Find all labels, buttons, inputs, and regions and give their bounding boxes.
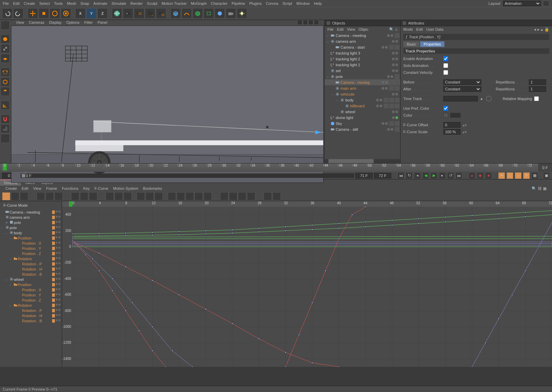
- visibility-dot[interactable]: [382, 122, 384, 125]
- expand-icon[interactable]: -: [336, 98, 339, 102]
- play-forward-button[interactable]: ▶: [431, 172, 437, 179]
- tl-tangent-linear[interactable]: [106, 192, 114, 200]
- menu-plugins[interactable]: Plugins: [249, 1, 262, 6]
- tl-tangent-zero[interactable]: [195, 192, 203, 200]
- keyframe[interactable]: [338, 238, 339, 239]
- generator-button[interactable]: [193, 8, 203, 19]
- use-pref-color-checkbox[interactable]: [443, 106, 448, 111]
- object-row-vehicule[interactable]: -vehicule: [325, 91, 400, 97]
- keyframe[interactable]: [392, 219, 393, 221]
- tl-snap-3[interactable]: [238, 192, 246, 200]
- keyframe[interactable]: [205, 308, 206, 310]
- attr-menu-user-data[interactable]: User Data: [426, 27, 444, 31]
- key-all-button[interactable]: ▣: [543, 172, 550, 179]
- tl-snap-2[interactable]: [229, 192, 237, 200]
- menu-corona[interactable]: Corona: [266, 1, 278, 6]
- loop-forward-button[interactable]: ↺: [447, 172, 454, 179]
- viewport-3d[interactable]: Y X: [11, 26, 324, 183]
- light-button[interactable]: [237, 8, 247, 19]
- keyframe[interactable]: [471, 366, 473, 367]
- autokey-button[interactable]: ◉: [477, 172, 484, 179]
- keyframe[interactable]: [258, 231, 260, 233]
- objects-tree[interactable]: -Camera - meeting-camera arm Camera - st…: [325, 32, 400, 159]
- tag-icon[interactable]: [395, 98, 400, 102]
- fc-row-wheel[interactable]: -wheel: [0, 277, 62, 282]
- visibility-dot[interactable]: [387, 128, 390, 131]
- keyframe[interactable]: [445, 221, 446, 223]
- visibility-dot[interactable]: [395, 52, 398, 55]
- menu-animate[interactable]: Animate: [93, 1, 107, 6]
- repetitions-field-1[interactable]: [529, 79, 546, 85]
- object-row-camera---start[interactable]: Camera - start: [325, 44, 400, 50]
- menu-script[interactable]: Script: [283, 1, 292, 6]
- menu-motion-tracker[interactable]: Motion Tracker: [161, 1, 187, 6]
- keyframe[interactable]: [72, 244, 73, 246]
- keyframe[interactable]: [285, 352, 286, 353]
- record-button[interactable]: ●: [469, 172, 475, 179]
- key-position-button[interactable]: ✦: [498, 172, 505, 179]
- tl-snap-4[interactable]: [247, 192, 255, 200]
- tl-tangent-flat[interactable]: [204, 192, 212, 200]
- menu-mograph[interactable]: MoGraph: [191, 1, 207, 6]
- keyframe[interactable]: [365, 221, 366, 223]
- time-track-arrow-icon[interactable]: ▸: [480, 97, 484, 101]
- tl-key-del[interactable]: [80, 192, 88, 200]
- tl-tangent-step[interactable]: [115, 192, 123, 200]
- goto-start-button[interactable]: ⏮: [397, 172, 404, 179]
- keyframe[interactable]: [231, 233, 233, 234]
- object-row-camera---meeting[interactable]: -Camera - meeting: [325, 32, 400, 38]
- fc-row-position[interactable]: -Position: [0, 235, 62, 241]
- object-row-camera---still[interactable]: Camera - still: [325, 126, 400, 132]
- tl-menu-view[interactable]: View: [33, 186, 41, 190]
- key-rotation-button[interactable]: ○: [515, 172, 522, 179]
- keyframe[interactable]: [192, 366, 193, 367]
- keyframe[interactable]: [298, 334, 299, 335]
- visibility-dot[interactable]: [392, 110, 395, 113]
- fc-row-position---z[interactable]: Position . Z: [0, 251, 62, 256]
- key-scale-button[interactable]: □: [506, 172, 513, 179]
- keyframe[interactable]: [498, 218, 500, 219]
- visibility-dot[interactable]: [395, 58, 398, 60]
- keyframe[interactable]: [85, 254, 87, 255]
- tag-icon[interactable]: [395, 74, 400, 79]
- visibility-dot[interactable]: [391, 128, 393, 131]
- layout-save-icon[interactable]: [543, 1, 549, 6]
- fc-row-rotation[interactable]: -Rotation: [0, 303, 62, 308]
- fcurve-canvas[interactable]: [72, 207, 552, 367]
- expand-icon[interactable]: [336, 110, 339, 114]
- menu-sculpt[interactable]: Sculpt: [147, 1, 158, 6]
- tl-menu-create[interactable]: Create: [6, 186, 17, 190]
- expand-icon[interactable]: [326, 121, 329, 126]
- fc-row-pole[interactable]: -pole: [0, 225, 62, 230]
- vp-menu-view[interactable]: View: [16, 20, 24, 24]
- tl-fcurve-button[interactable]: [11, 192, 19, 200]
- tl-snap-1[interactable]: [220, 192, 228, 200]
- tag-icon[interactable]: [395, 121, 400, 126]
- fc-row-rotation---p[interactable]: Rotation . P: [0, 261, 62, 266]
- keyframe[interactable]: [112, 278, 113, 280]
- tag-icon[interactable]: [395, 127, 400, 132]
- tl-motion-button[interactable]: [20, 192, 28, 200]
- vp-menu-cameras[interactable]: Cameras: [29, 20, 45, 24]
- menu-select[interactable]: Select: [39, 1, 50, 6]
- keyframe[interactable]: [325, 270, 326, 272]
- tl-framing-1[interactable]: [37, 192, 45, 200]
- tag-icon[interactable]: [384, 104, 388, 108]
- keyframe[interactable]: [72, 243, 73, 244]
- loop-button[interactable]: ↻: [406, 172, 413, 179]
- tl-tangent-easeout[interactable]: [155, 192, 163, 200]
- tag-icon[interactable]: [389, 98, 394, 102]
- keyframe[interactable]: [98, 270, 100, 272]
- visibility-dot[interactable]: [392, 93, 395, 96]
- vp-menu-options[interactable]: Options: [66, 20, 79, 24]
- snap-settings-button[interactable]: [1, 124, 10, 133]
- keyframe[interactable]: [125, 266, 126, 267]
- object-row-sky[interactable]: Sky: [325, 120, 400, 126]
- menu-window[interactable]: Window: [296, 1, 310, 6]
- environment-button[interactable]: [215, 8, 225, 19]
- time-track-circle-icon[interactable]: [486, 96, 492, 101]
- fc-row-rotation---h[interactable]: Rotation . H: [0, 313, 62, 318]
- tl-menu-frame[interactable]: Frame: [46, 186, 57, 190]
- after-dropdown[interactable]: Constant: [443, 86, 481, 92]
- keyframe[interactable]: [125, 233, 126, 234]
